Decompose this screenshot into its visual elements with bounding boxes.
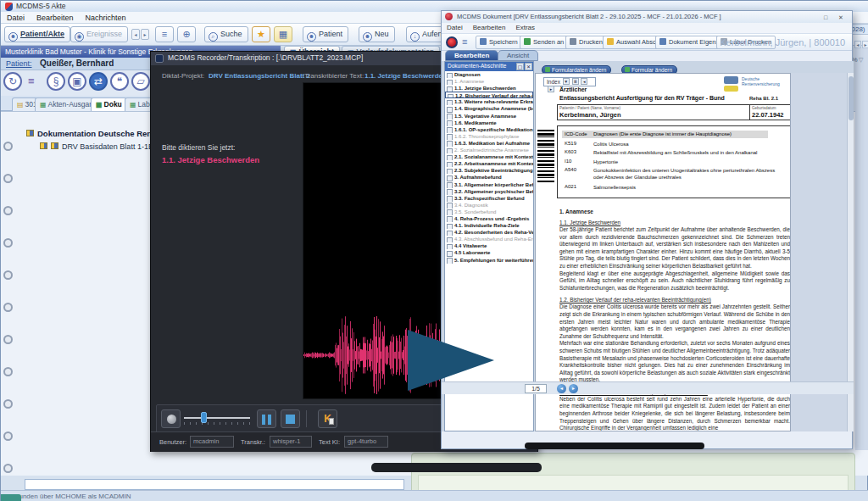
menu-lines-icon[interactable]: ≡ — [462, 36, 467, 47]
scroll-right-button[interactable]: ▸ — [862, 41, 868, 48]
paragraph-icon[interactable]: § — [47, 72, 65, 91]
outline-item[interactable]: 4.2. Besonderheiten des Reha-Ver... — [445, 229, 533, 236]
outline-item[interactable]: 1. Anamnese — [445, 78, 533, 85]
refresh-icon[interactable]: ↻ — [3, 72, 22, 91]
clipboard-icon[interactable]: ▣ — [68, 72, 86, 91]
outline-item[interactable]: 3.5. Sonderbefund — [445, 209, 533, 215]
doc-menu-extras[interactable]: Extras — [510, 23, 540, 31]
slider-thumb[interactable] — [201, 412, 207, 423]
outline-item[interactable]: 2.1. Sozialanamnese mit Kontextfa... — [445, 153, 533, 160]
outline-item[interactable]: 3.3. Fachspezifischer Befund — [445, 195, 533, 202]
outline-item[interactable]: 4. Reha-Prozess und -Ergebnis — [445, 215, 533, 222]
sync-icon[interactable]: ⇄ — [89, 72, 108, 91]
icd-table: ICD-Code Diagnosen (Die erste Diagnose i… — [557, 125, 791, 198]
chevron-down-icon[interactable]: ▼ — [563, 78, 570, 85]
list-icon[interactable]: ≣ — [572, 78, 579, 85]
patient-link[interactable]: Patient: — [6, 59, 32, 68]
image-icon[interactable]: ▦ — [274, 26, 292, 42]
textki-field[interactable]: gpt-4turbo — [344, 436, 388, 448]
ereignisse-button[interactable]: ◉Ereignisse — [70, 26, 128, 42]
outline-item[interactable]: 1.5. Vegetative Anamnese — [445, 113, 533, 120]
next-icon[interactable]: ▸ — [548, 86, 554, 92]
document-icon — [51, 142, 58, 149]
outline-item[interactable]: 1.4. Biographische Anamnese (be... — [445, 105, 533, 112]
outline-item[interactable]: 2. Sozialmedizinische Anamnese — [445, 147, 533, 153]
outline-item[interactable]: 5. Empfehlungen für weiterführende M... — [445, 257, 533, 264]
outline-item[interactable]: 2.3. Subjektive Beeinträchtigung d... — [445, 167, 533, 174]
tab-ansicht[interactable]: Ansicht — [498, 50, 538, 61]
dictate-section: 1.1. Jetzige Beschwerden — [162, 155, 259, 164]
menu-datei[interactable]: Datei — [1, 12, 31, 22]
outline-item[interactable]: 1.6.1. OP-spezifische Medikation — [445, 126, 533, 133]
doc-menu-bearbeiten[interactable]: Bearbeiten — [468, 23, 511, 31]
document-bottom-scrollbar[interactable] — [525, 443, 704, 449]
pin-icon[interactable]: ▢ — [516, 63, 524, 70]
favorites-star-icon[interactable]: ★ — [252, 26, 270, 42]
ki-button[interactable]: K — [318, 409, 337, 428]
report-paragraph: Begleitend klagt er über eine ausgeprägt… — [559, 270, 790, 292]
close-icon[interactable]: ✕ — [525, 63, 532, 70]
outline-item[interactable]: 4.4 Vitalwerte — [445, 242, 533, 249]
outline-item[interactable]: 1.1. Jetzige Beschwerden — [445, 85, 533, 92]
list-view-button[interactable]: ≡ — [155, 26, 174, 42]
outline-item[interactable]: Diagnosen — [445, 71, 533, 78]
benutzer-label: Benutzer: — [159, 438, 186, 446]
transkr-field[interactable]: whisper-1 — [270, 436, 312, 448]
doc-menu-datei[interactable]: Datei — [442, 23, 468, 31]
stop-button[interactable] — [281, 409, 300, 428]
outline-item[interactable]: 3. Aufnahmebefund — [445, 174, 533, 181]
doc-button-drucken[interactable]: Drucken — [565, 36, 607, 49]
record-button[interactable] — [161, 409, 181, 428]
chevron-down-icon[interactable]: ▽ — [859, 57, 863, 64]
patient-akte-button[interactable]: ☻Patient/Akte — [4, 26, 70, 42]
outline-item[interactable]: 3.2. Allgemeiner psychischer Befu... — [445, 188, 533, 195]
outline-item[interactable]: 1.2. Bisheriger Verlauf der reha-re... — [445, 92, 533, 98]
index-control[interactable]: Index ▼ ≣ ◂ ▸ — [543, 77, 596, 86]
binder-rings — [2, 119, 15, 473]
reha-label: Reha Bl. 2.1 — [749, 96, 778, 101]
maximize-button[interactable]: □ — [820, 13, 832, 21]
outline-item[interactable]: 1.6. Medikamente — [445, 120, 533, 126]
folder-icon[interactable]: ▱ — [131, 72, 150, 91]
close-button[interactable]: ✕ — [835, 13, 847, 21]
lower-scrollbar[interactable] — [371, 463, 542, 472]
outline-item[interactable]: 4.3. Abschlussbefund und Reha-Erg... — [445, 236, 533, 242]
pause-button[interactable] — [257, 409, 276, 428]
report-paragraph: Mehrfach war eine stationäre Behandlung … — [559, 340, 790, 384]
search-button[interactable]: ⌕Suche — [204, 26, 248, 42]
neu-button[interactable]: ☻Neu — [359, 26, 395, 42]
tab-bearbeiten[interactable]: Bearbeiten — [445, 50, 498, 61]
outline-item[interactable]: 2.2. Arbeitsanamnese mit Kontext... — [445, 160, 533, 167]
playback-slider[interactable] — [184, 417, 250, 419]
outline-item[interactable]: 3.1. Allgemeiner körperlicher Befu... — [445, 181, 533, 188]
scroll-left-button[interactable]: ◂ — [854, 41, 861, 48]
report-heading: 1.2. Bisheriger Verlauf der reha-relevan… — [559, 297, 790, 303]
doc-button-senden-an[interactable]: Senden an — [520, 36, 568, 49]
menu-lines-icon[interactable]: ≡ — [28, 75, 42, 87]
document-scrollbar[interactable] — [847, 73, 854, 431]
chat-icon[interactable]: ❝ — [110, 72, 129, 91]
outline-item[interactable]: 4.1. Individuelle Reha-Ziele — [445, 222, 533, 229]
record-tab-doku[interactable]: ▦Doku — [91, 97, 127, 111]
patient-button[interactable]: ☻Patient — [303, 26, 348, 42]
outline-item[interactable]: 3.4. Diagnostik — [445, 202, 533, 209]
benutzer-field[interactable]: mcadmin — [190, 436, 234, 448]
bottom-text-field[interactable] — [25, 479, 404, 490]
prev-button[interactable]: ◂ — [131, 29, 140, 40]
outline-item[interactable]: 1.3. Weitere reha-relevante Erkran... — [445, 98, 533, 105]
outline-item[interactable]: 1.6.3. Medikation bei Aufnahme — [445, 140, 533, 147]
outline-item[interactable]: 4.5 Laborwerte — [445, 249, 533, 256]
menu-bearbeiten[interactable]: Bearbeiten — [31, 12, 80, 22]
next-button[interactable]: ▸ — [141, 29, 149, 40]
outline-item[interactable]: 1.6.2. Thromboseprophylaxe — [445, 133, 533, 140]
prev-page-button[interactable]: ◂ — [557, 384, 566, 393]
menu-nachrichten[interactable]: Nachrichten — [80, 12, 132, 22]
document-title-bar[interactable]: MCDMS Dokument [DRV Entlassungsbericht B… — [442, 11, 852, 23]
add-button[interactable]: ⊕ — [177, 26, 196, 42]
next-page-button[interactable]: ▸ — [569, 384, 578, 393]
doc-button-speichern[interactable]: Speichern — [476, 36, 522, 49]
prev-icon[interactable]: ◂ — [581, 78, 587, 85]
scrollbar-thumb[interactable] — [849, 76, 854, 120]
tree-child-item[interactable]: DRV Basisdaten Blatt 1-1B — [40, 142, 153, 151]
toolbar-icon — [570, 38, 576, 45]
